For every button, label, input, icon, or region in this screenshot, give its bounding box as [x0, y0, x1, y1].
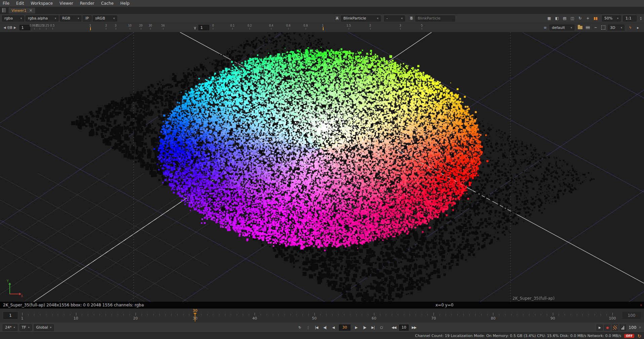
alpha-layer-select[interactable]: rgba.alpha ▾: [26, 15, 59, 22]
pane-icon[interactable]: [2, 8, 6, 12]
chevron-down-icon: ▾: [617, 17, 618, 20]
list-icon[interactable]: [584, 25, 591, 31]
ruler-label: 80: [491, 316, 495, 321]
menu-item-help[interactable]: Help: [120, 1, 129, 6]
menu-item-edit[interactable]: Edit: [16, 1, 24, 6]
channel-display-value: RGB: [62, 16, 70, 20]
close-icon[interactable]: ×: [29, 8, 32, 12]
ruler-label: 40: [252, 316, 257, 321]
frame-range-select[interactable]: Global ▾: [34, 324, 54, 331]
marquee-select-icon[interactable]: [600, 25, 607, 31]
play-backward-button[interactable]: ◀: [330, 324, 337, 331]
range-end-box[interactable]: 100: [622, 311, 641, 320]
tab-viewer1[interactable]: Viewer1 ×: [8, 7, 36, 13]
input-b-select[interactable]: BlinkParticle: [415, 15, 455, 22]
menu-item-workspace[interactable]: Workspace: [31, 1, 53, 6]
fps-select[interactable]: 24* ▾: [3, 324, 17, 331]
slider-tick: [213, 28, 213, 30]
update-icon[interactable]: ↻: [637, 333, 641, 339]
jump-back-button[interactable]: ◀◀: [390, 324, 397, 331]
gain-slider[interactable]: 0.06250.1250.250.512310203056: [32, 23, 190, 32]
performance-chart-icon[interactable]: [620, 325, 626, 331]
ruler-tick: [517, 314, 517, 315]
jump-forward-button[interactable]: ▶▶: [410, 324, 418, 331]
stereo-views-icon[interactable]: ≡: [542, 25, 548, 31]
checkerboard-icon[interactable]: ▦: [546, 15, 553, 22]
zoom-stepper[interactable]: ▴ ▾: [640, 16, 641, 20]
roi-icon[interactable]: ▤: [561, 15, 568, 22]
playback-options-icon[interactable]: ⋮: [304, 324, 312, 331]
gamma-slider[interactable]: 00.10.20.40.60.811.5235: [211, 23, 426, 32]
input-ab-group: A BlinkParticle ▾ - ▾ B BlinkParticle: [335, 15, 456, 22]
ruler-tick: [273, 314, 273, 315]
tab-label: Viewer1: [11, 8, 26, 13]
zoom-in-icon[interactable]: +: [584, 15, 591, 22]
loop-icon[interactable]: ↻: [296, 324, 303, 331]
wipe-mode-select[interactable]: - ▾: [384, 15, 405, 22]
transport-bar: 24* ▾ TF ▾ Global ▾ ↻ ⋮ |◀ ◀| ◀ 30 ▶ |▶ …: [0, 322, 644, 332]
ruler-tick: [368, 314, 368, 315]
fstop-decrease-icon[interactable]: ◀: [2, 25, 7, 31]
chevron-down-icon[interactable]: ▾: [640, 18, 641, 20]
slider-tick-label: 30: [149, 24, 152, 27]
menu-item-render[interactable]: Render: [80, 1, 94, 6]
pause-icon[interactable]: ▮▮: [592, 15, 599, 22]
record-icon[interactable]: ●: [604, 325, 610, 331]
slider-tick: [130, 28, 130, 30]
channel-display-select[interactable]: RGB ▾: [60, 15, 81, 22]
info-collapse-icon[interactable]: ▾: [640, 303, 642, 307]
slider-marker[interactable]: [90, 27, 91, 30]
viewport-canvas[interactable]: [0, 32, 644, 302]
fstop-increase-icon[interactable]: ▶: [12, 25, 18, 31]
slider-tick-label: 2: [105, 24, 107, 27]
gamma-field[interactable]: 1: [198, 25, 209, 30]
ruler-tick: [535, 314, 535, 315]
status-off-badge: OFF: [624, 334, 634, 338]
go-start-button[interactable]: |◀: [313, 324, 320, 331]
curve-icon[interactable]: ~: [592, 25, 599, 31]
current-frame-field[interactable]: 30: [339, 325, 350, 331]
play-button[interactable]: ▶: [352, 324, 360, 331]
menu-item-file[interactable]: File: [3, 1, 9, 6]
flipbook-play-icon[interactable]: ▶: [597, 325, 603, 331]
next-keyframe-button[interactable]: |▶: [361, 324, 368, 331]
ruler-tick: [28, 314, 29, 315]
input-a-box[interactable]: A: [335, 16, 340, 21]
folder-icon[interactable]: [577, 25, 583, 31]
loop-mode-button[interactable]: ○: [378, 324, 385, 331]
ruler-tick: [553, 313, 553, 315]
input-process-button[interactable]: IP: [83, 15, 91, 22]
projection-select[interactable]: 3D ▾: [608, 25, 624, 31]
refresh-icon[interactable]: ↻: [577, 15, 583, 22]
pixel-aspect-value: 1:1: [626, 16, 632, 20]
fps-value: 24*: [5, 325, 12, 330]
expand-icon[interactable]: »: [638, 326, 642, 329]
timeline-filter-select[interactable]: TF ▾: [20, 324, 32, 331]
menu-item-viewer[interactable]: Viewer: [60, 1, 73, 6]
input-a-select[interactable]: BlinkParticle ▾: [341, 15, 381, 22]
wipe-icon[interactable]: ◧: [554, 15, 560, 22]
chevron-right-icon[interactable]: ▸: [635, 25, 641, 31]
ruler-tick: [291, 314, 291, 315]
range-start-box[interactable]: 1: [3, 311, 18, 320]
ruler-tick: [577, 314, 577, 315]
jump-size-field[interactable]: 10: [399, 325, 409, 331]
cache-indicator-icon[interactable]: [612, 325, 618, 331]
zoom-level-select[interactable]: 50% ▾: [602, 15, 621, 22]
gain-field[interactable]: 1: [20, 25, 30, 30]
input-b-box[interactable]: B: [409, 16, 414, 21]
menu-item-cache[interactable]: Cache: [101, 1, 113, 6]
bolt-icon[interactable]: ϟ: [627, 25, 634, 31]
overlay-icon[interactable]: ◫: [569, 15, 576, 22]
layer-select[interactable]: rgba ▾: [2, 15, 24, 22]
colorspace-select[interactable]: sRGB ▾: [93, 15, 117, 22]
chevron-down-icon: ▾: [28, 326, 30, 329]
ruler-tick: [34, 314, 34, 315]
go-end-button[interactable]: ▶|: [369, 324, 377, 331]
view-select[interactable]: default ▾: [550, 25, 574, 31]
timeline-ruler[interactable]: 110203040506070809010030: [22, 309, 612, 322]
colorspace-value: sRGB: [95, 16, 105, 20]
prev-keyframe-button[interactable]: ◀|: [321, 324, 329, 331]
pixel-aspect-select[interactable]: 1:1: [623, 15, 637, 22]
slider-marker[interactable]: [323, 27, 324, 30]
